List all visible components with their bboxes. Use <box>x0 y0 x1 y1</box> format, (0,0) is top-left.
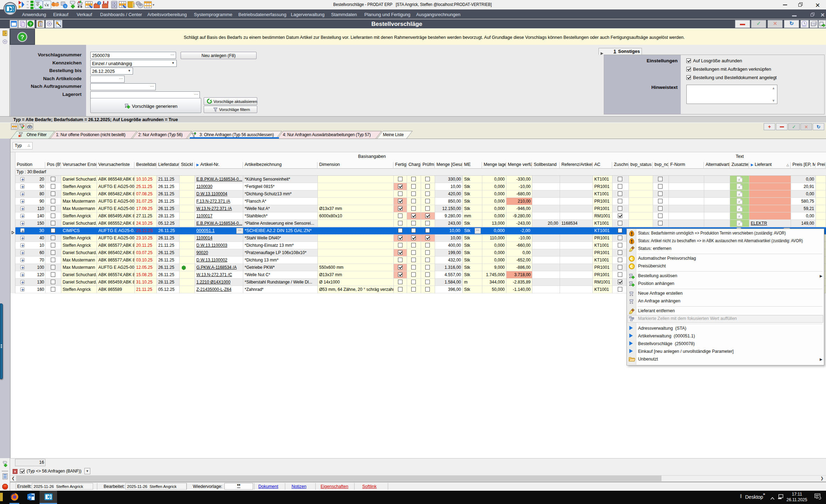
svg-text:a: a <box>738 200 740 203</box>
svg-text:a: a <box>738 222 740 225</box>
svg-text:?: ? <box>64 5 66 8</box>
svg-text:?: ? <box>21 34 24 41</box>
svg-text:√x: √x <box>44 2 49 7</box>
svg-text:€: € <box>630 264 633 268</box>
svg-text:a: a <box>738 185 740 189</box>
svg-text:o: o <box>28 495 31 499</box>
svg-text:?: ? <box>29 22 32 26</box>
svg-text:a: a <box>738 177 740 181</box>
svg-text:a: a <box>738 192 740 196</box>
svg-text:a: a <box>738 214 740 218</box>
svg-text:€: € <box>630 257 633 261</box>
svg-text:a: a <box>738 207 740 211</box>
svg-text:?: ? <box>98 1 100 5</box>
